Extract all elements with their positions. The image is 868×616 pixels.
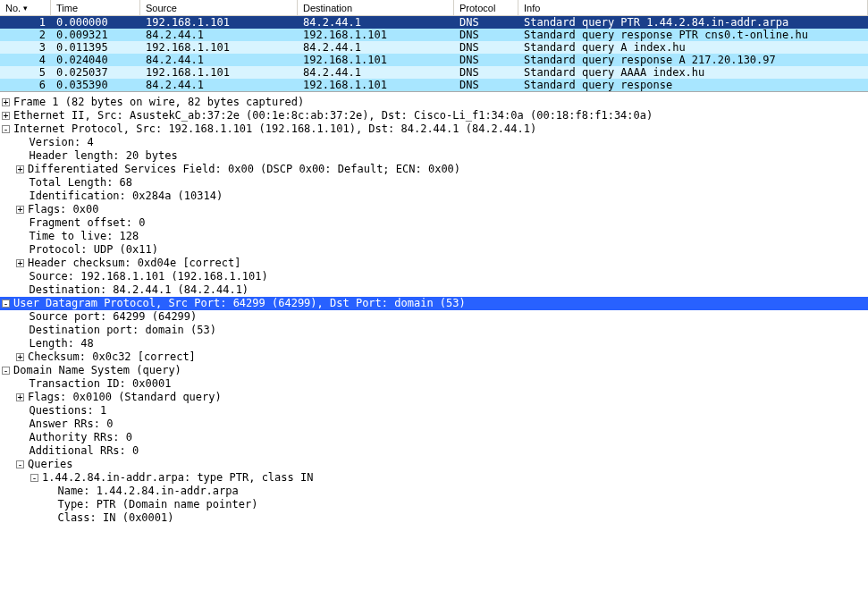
detail-tree-line[interactable]: Total Length: 68 bbox=[0, 176, 868, 190]
packet-list-pane: No. ▾ Time Source Destination Protocol I… bbox=[0, 0, 868, 92]
detail-tree-line[interactable]: -Internet Protocol, Src: 192.168.1.101 (… bbox=[0, 122, 868, 136]
detail-tree-line[interactable]: Name: 1.44.2.84.in-addr.arpa bbox=[0, 485, 868, 498]
packet-rows-container: 10.000000192.168.1.10184.2.44.1DNSStanda… bbox=[0, 16, 868, 91]
detail-tree-line[interactable]: Authority RRs: 0 bbox=[0, 431, 868, 444]
collapse-icon[interactable]: - bbox=[16, 460, 24, 468]
column-header-protocol[interactable]: Protocol bbox=[454, 0, 518, 15]
column-header-destination[interactable]: Destination bbox=[298, 0, 454, 15]
packet-row[interactable]: 60.03539084.2.44.1192.168.1.101DNSStanda… bbox=[0, 79, 868, 91]
packet-row[interactable]: 10.000000192.168.1.10184.2.44.1DNSStanda… bbox=[0, 16, 868, 29]
detail-text: Flags: 0x00 bbox=[28, 203, 98, 216]
packet-cell: 0.000000 bbox=[51, 16, 140, 29]
packet-row[interactable]: 30.011395192.168.1.10184.2.44.1DNSStanda… bbox=[0, 41, 868, 54]
column-header-source[interactable]: Source bbox=[140, 0, 298, 15]
detail-tree-line[interactable]: Protocol: UDP (0x11) bbox=[0, 243, 868, 257]
expand-icon[interactable]: + bbox=[16, 393, 24, 401]
packet-cell: Standard query A index.hu bbox=[518, 41, 868, 54]
packet-cell: DNS bbox=[454, 54, 518, 66]
detail-tree-line[interactable]: Identification: 0x284a (10314) bbox=[0, 190, 868, 203]
expand-icon[interactable]: + bbox=[16, 259, 24, 267]
collapse-icon[interactable]: - bbox=[2, 367, 10, 375]
detail-text: Authority RRs: 0 bbox=[16, 431, 132, 444]
detail-tree-line[interactable]: Destination: 84.2.44.1 (84.2.44.1) bbox=[0, 283, 868, 297]
packet-cell: 84.2.44.1 bbox=[140, 54, 298, 66]
packet-cell: 3 bbox=[0, 41, 51, 54]
detail-tree-line[interactable]: Header length: 20 bytes bbox=[0, 149, 868, 163]
column-header-time[interactable]: Time bbox=[51, 0, 140, 15]
packet-cell: 84.2.44.1 bbox=[298, 66, 454, 79]
detail-text: Frame 1 (82 bytes on wire, 82 bytes capt… bbox=[13, 96, 304, 109]
sort-indicator-icon: ▾ bbox=[23, 4, 28, 13]
detail-text: Header checksum: 0xd04e [correct] bbox=[28, 257, 240, 270]
column-header-info[interactable]: Info bbox=[518, 0, 868, 15]
detail-tree-line[interactable]: +Differentiated Services Field: 0x00 (DS… bbox=[0, 163, 868, 176]
detail-text: Class: IN (0x0001) bbox=[45, 511, 174, 525]
detail-text: Time to live: 128 bbox=[16, 230, 139, 243]
packet-row[interactable]: 50.025037192.168.1.10184.2.44.1DNSStanda… bbox=[0, 66, 868, 79]
packet-list-header: No. ▾ Time Source Destination Protocol I… bbox=[0, 0, 868, 16]
detail-tree-line[interactable]: Class: IN (0x0001) bbox=[0, 511, 868, 525]
packet-cell: 84.2.44.1 bbox=[140, 79, 298, 91]
detail-text: Total Length: 68 bbox=[16, 176, 132, 190]
packet-cell: 6 bbox=[0, 79, 51, 91]
detail-tree-line[interactable]: Time to live: 128 bbox=[0, 230, 868, 243]
packet-cell: DNS bbox=[454, 66, 518, 79]
packet-cell: 4 bbox=[0, 54, 51, 66]
expand-icon[interactable]: + bbox=[2, 112, 10, 120]
detail-tree-line[interactable]: +Header checksum: 0xd04e [correct] bbox=[0, 257, 868, 270]
expand-icon[interactable]: + bbox=[16, 165, 24, 173]
collapse-icon[interactable]: - bbox=[2, 125, 10, 133]
detail-text: 1.44.2.84.in-addr.arpa: type PTR, class … bbox=[42, 471, 313, 485]
detail-tree-line[interactable]: +Checksum: 0x0c32 [correct] bbox=[0, 350, 868, 364]
collapse-icon[interactable]: - bbox=[2, 300, 10, 308]
packet-cell: 192.168.1.101 bbox=[140, 41, 298, 54]
detail-text: Length: 48 bbox=[16, 337, 94, 350]
detail-text: User Datagram Protocol, Src Port: 64299 … bbox=[13, 297, 466, 310]
detail-tree-line[interactable]: +Flags: 0x00 bbox=[0, 203, 868, 216]
detail-tree-line[interactable]: -Queries bbox=[0, 458, 868, 471]
packet-row[interactable]: 40.02404084.2.44.1192.168.1.101DNSStanda… bbox=[0, 54, 868, 66]
detail-tree-line[interactable]: Type: PTR (Domain name pointer) bbox=[0, 498, 868, 511]
packet-cell: DNS bbox=[454, 79, 518, 91]
packet-cell: 84.2.44.1 bbox=[298, 16, 454, 29]
packet-cell: 192.168.1.101 bbox=[298, 54, 454, 66]
collapse-icon[interactable]: - bbox=[30, 474, 38, 482]
expand-icon[interactable]: + bbox=[2, 98, 10, 106]
packet-cell: 84.2.44.1 bbox=[140, 29, 298, 41]
packet-cell: Standard query response A 217.20.130.97 bbox=[518, 54, 868, 66]
packet-cell: DNS bbox=[454, 16, 518, 29]
expand-icon[interactable]: + bbox=[16, 353, 24, 361]
detail-tree-line[interactable]: Version: 4 bbox=[0, 136, 868, 149]
detail-tree-line[interactable]: Destination port: domain (53) bbox=[0, 324, 868, 337]
detail-tree-line[interactable]: Fragment offset: 0 bbox=[0, 216, 868, 230]
packet-cell: Standard query AAAA index.hu bbox=[518, 66, 868, 79]
packet-cell: 5 bbox=[0, 66, 51, 79]
expand-icon[interactable]: + bbox=[16, 206, 24, 214]
detail-tree-line[interactable]: Length: 48 bbox=[0, 337, 868, 350]
detail-tree-line[interactable]: -User Datagram Protocol, Src Port: 64299… bbox=[0, 297, 868, 310]
column-header-no[interactable]: No. ▾ bbox=[0, 0, 51, 15]
detail-tree-line[interactable]: Source port: 64299 (64299) bbox=[0, 310, 868, 324]
detail-tree-line[interactable]: +Frame 1 (82 bytes on wire, 82 bytes cap… bbox=[0, 96, 868, 109]
detail-text: Header length: 20 bytes bbox=[16, 149, 178, 163]
detail-tree-line[interactable]: +Ethernet II, Src: AsustekC_ab:37:2e (00… bbox=[0, 109, 868, 122]
detail-tree-line[interactable]: Source: 192.168.1.101 (192.168.1.101) bbox=[0, 270, 868, 283]
packet-cell: DNS bbox=[454, 41, 518, 54]
detail-tree-line[interactable]: +Flags: 0x0100 (Standard query) bbox=[0, 391, 868, 404]
packet-cell: 192.168.1.101 bbox=[298, 29, 454, 41]
detail-tree-line[interactable]: Questions: 1 bbox=[0, 404, 868, 418]
detail-tree-line[interactable]: Additional RRs: 0 bbox=[0, 444, 868, 458]
detail-tree-line[interactable]: Transaction ID: 0x0001 bbox=[0, 377, 868, 391]
detail-text: Identification: 0x284a (10314) bbox=[16, 190, 223, 203]
packet-cell: 84.2.44.1 bbox=[298, 41, 454, 54]
packet-cell: 0.009321 bbox=[51, 29, 140, 41]
detail-text: Ethernet II, Src: AsustekC_ab:37:2e (00:… bbox=[13, 109, 653, 122]
packet-cell: 0.024040 bbox=[51, 54, 140, 66]
detail-text: Protocol: UDP (0x11) bbox=[16, 243, 158, 257]
packet-cell: 0.011395 bbox=[51, 41, 140, 54]
detail-text: Type: PTR (Domain name pointer) bbox=[45, 498, 257, 511]
detail-tree-line[interactable]: -Domain Name System (query) bbox=[0, 364, 868, 377]
detail-tree-line[interactable]: -1.44.2.84.in-addr.arpa: type PTR, class… bbox=[0, 471, 868, 485]
detail-tree-line[interactable]: Answer RRs: 0 bbox=[0, 418, 868, 431]
packet-row[interactable]: 20.00932184.2.44.1192.168.1.101DNSStanda… bbox=[0, 29, 868, 41]
